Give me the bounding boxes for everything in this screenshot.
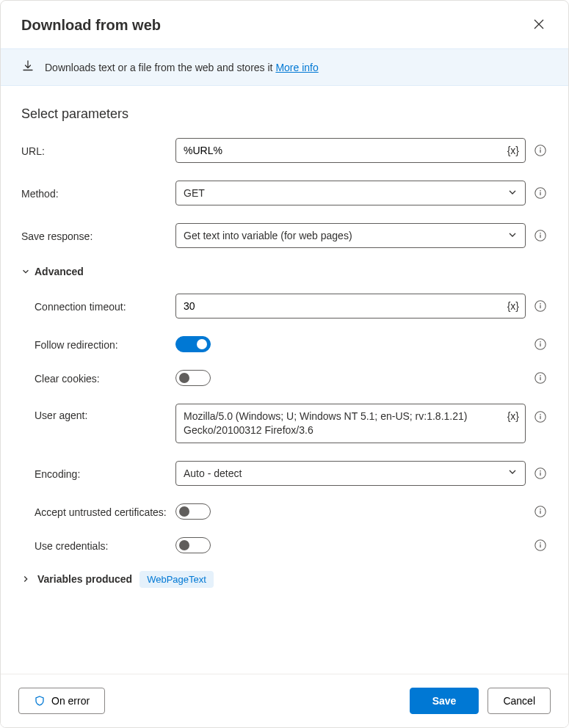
chevron-down-icon <box>507 187 518 200</box>
encoding-label: Encoding: <box>21 467 168 480</box>
encoding-select[interactable]: Auto - detect <box>175 461 526 486</box>
variable-picker-icon[interactable]: {x} <box>507 410 519 422</box>
variables-produced-label: Variables produced <box>37 573 132 585</box>
user-agent-input[interactable]: Mozilla/5.0 (Windows; U; Windows NT 5.1;… <box>184 404 518 443</box>
encoding-value: Auto - detect <box>184 467 507 479</box>
method-select[interactable]: GET <box>175 181 526 205</box>
svg-point-4 <box>540 190 541 192</box>
chevron-down-icon <box>21 267 30 276</box>
accept-untrusted-toggle[interactable] <box>175 503 211 520</box>
timeout-input[interactable] <box>184 295 518 317</box>
accept-untrusted-label: Accept untrusted certificates: <box>21 505 168 518</box>
variables-produced-toggle[interactable]: Variables produced WebPageText <box>21 571 548 588</box>
info-icon[interactable] <box>533 143 548 158</box>
timeout-input-wrap: {x} <box>175 294 526 318</box>
svg-rect-26 <box>540 510 540 514</box>
svg-point-28 <box>540 542 541 544</box>
svg-point-22 <box>540 470 541 472</box>
save-button[interactable]: Save <box>410 688 479 714</box>
close-icon <box>533 21 545 32</box>
on-error-button[interactable]: On error <box>18 688 105 714</box>
info-icon[interactable] <box>533 337 548 352</box>
save-response-label: Save response: <box>21 229 168 242</box>
svg-rect-17 <box>540 377 540 381</box>
svg-point-10 <box>540 303 541 305</box>
url-input[interactable] <box>184 139 518 161</box>
svg-rect-14 <box>540 343 540 347</box>
cancel-button[interactable]: Cancel <box>488 688 551 714</box>
shield-icon <box>34 695 46 707</box>
user-agent-input-wrap: Mozilla/5.0 (Windows; U; Windows NT 5.1;… <box>175 404 526 443</box>
section-title: Select parameters <box>21 106 548 122</box>
svg-point-16 <box>540 375 541 376</box>
follow-redirection-toggle[interactable] <box>175 336 211 352</box>
svg-point-25 <box>540 509 541 510</box>
svg-rect-29 <box>540 544 540 547</box>
svg-point-7 <box>540 233 541 234</box>
download-icon <box>21 59 35 75</box>
dialog-title: Download from web <box>21 17 161 34</box>
timeout-label: Connection timeout: <box>21 299 168 313</box>
info-icon[interactable] <box>533 371 548 385</box>
info-icon[interactable] <box>533 228 548 243</box>
info-icon[interactable] <box>533 410 548 424</box>
more-info-link[interactable]: More info <box>275 62 318 73</box>
info-icon[interactable] <box>533 186 548 200</box>
use-credentials-label: Use credentials: <box>21 539 168 552</box>
variable-pill[interactable]: WebPageText <box>139 571 214 588</box>
svg-rect-23 <box>540 472 540 476</box>
svg-point-19 <box>540 414 541 415</box>
save-response-value: Get text into variable (for web pages) <box>184 230 507 241</box>
info-icon[interactable] <box>533 538 548 553</box>
svg-point-13 <box>540 341 541 343</box>
variable-picker-icon[interactable]: {x} <box>507 300 519 312</box>
svg-rect-5 <box>540 192 540 196</box>
follow-redirection-label: Follow redirection: <box>21 338 168 351</box>
url-label: URL: <box>21 144 168 157</box>
save-response-select[interactable]: Get text into variable (for web pages) <box>175 223 526 248</box>
svg-point-1 <box>540 148 541 149</box>
svg-rect-2 <box>540 150 540 153</box>
advanced-label: Advanced <box>35 266 84 277</box>
chevron-down-icon <box>507 467 518 479</box>
url-input-wrap: {x} <box>175 138 526 163</box>
clear-cookies-toggle[interactable] <box>175 370 211 386</box>
svg-rect-20 <box>540 416 540 420</box>
svg-rect-11 <box>540 305 540 309</box>
advanced-toggle[interactable]: Advanced <box>21 266 548 277</box>
clear-cookies-label: Clear cookies: <box>21 371 168 385</box>
info-icon[interactable] <box>533 466 548 481</box>
banner-text: Downloads text or a file from the web an… <box>45 62 275 73</box>
close-button[interactable] <box>530 15 548 35</box>
method-label: Method: <box>21 186 168 200</box>
chevron-down-icon <box>507 230 518 242</box>
user-agent-label: User agent: <box>21 404 168 421</box>
info-banner: Downloads text or a file from the web an… <box>1 48 568 86</box>
chevron-right-icon <box>21 575 30 583</box>
svg-rect-8 <box>540 235 540 239</box>
on-error-label: On error <box>51 695 90 707</box>
variable-picker-icon[interactable]: {x} <box>507 145 519 156</box>
info-icon[interactable] <box>533 504 548 519</box>
method-value: GET <box>184 187 507 199</box>
info-icon[interactable] <box>533 299 548 313</box>
use-credentials-toggle[interactable] <box>175 537 211 553</box>
